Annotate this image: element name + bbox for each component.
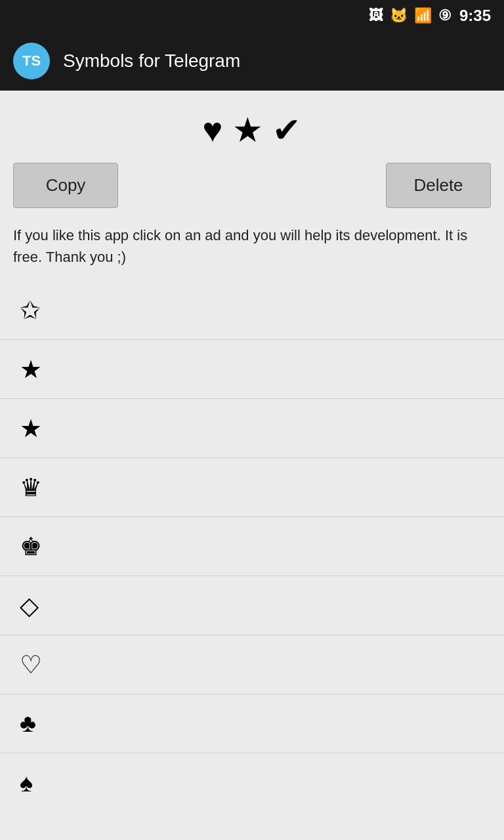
app-title: Symbols for Telegram xyxy=(63,51,240,72)
image-icon: 🖼 xyxy=(369,7,383,24)
cat-icon: 🐱 xyxy=(390,7,408,24)
list-item[interactable]: ★ xyxy=(0,399,504,458)
status-bar: 🖼 🐱 📶 ⑨ 9:35 xyxy=(0,0,504,32)
list-item[interactable]: ★ xyxy=(0,340,504,399)
main-content: ♥ ★ ✔ Copy Delete If you like this app c… xyxy=(0,91,504,840)
info-text: If you like this app click on an ad and … xyxy=(0,215,504,281)
list-item[interactable]: ♚ xyxy=(0,517,504,576)
delete-button[interactable]: Delete xyxy=(386,163,491,208)
list-item[interactable]: ♡ xyxy=(0,635,504,694)
status-icons: 🖼 🐱 📶 ⑨ xyxy=(369,7,452,24)
list-item[interactable]: ✩ xyxy=(0,281,504,340)
symbol-list: ✩★★♛♚◇♡♣♠ xyxy=(0,281,504,812)
app-bar: TS Symbols for Telegram xyxy=(0,32,504,91)
copy-button[interactable]: Copy xyxy=(13,163,118,208)
buttons-row: Copy Delete xyxy=(0,163,504,215)
preview-area: ♥ ★ ✔ xyxy=(0,91,504,163)
signal-icon: 📶 xyxy=(414,7,432,24)
badge-icon: ⑨ xyxy=(438,7,452,24)
app-icon: TS xyxy=(13,43,50,79)
status-time: 9:35 xyxy=(459,7,491,25)
preview-symbols: ♥ ★ ✔ xyxy=(203,110,302,150)
list-item[interactable]: ♣ xyxy=(0,694,504,753)
list-item[interactable]: ♠ xyxy=(0,753,504,812)
list-item[interactable]: ♛ xyxy=(0,458,504,517)
list-item[interactable]: ◇ xyxy=(0,576,504,635)
